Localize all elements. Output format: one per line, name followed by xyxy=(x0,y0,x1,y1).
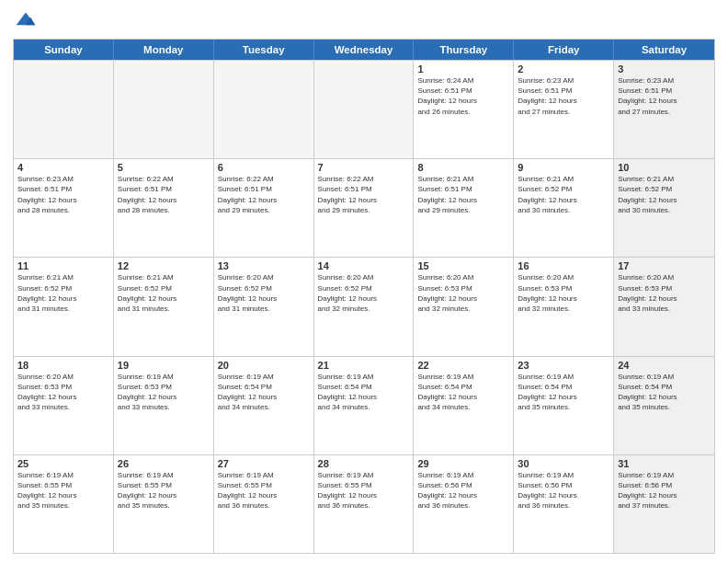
day-info: Sunrise: 6:20 AM Sunset: 6:53 PM Dayligh… xyxy=(618,272,711,314)
day-info: Sunrise: 6:19 AM Sunset: 6:55 PM Dayligh… xyxy=(17,470,109,511)
day-info: Sunrise: 6:21 AM Sunset: 6:52 PM Dayligh… xyxy=(17,272,109,314)
day-info: Sunrise: 6:19 AM Sunset: 6:56 PM Dayligh… xyxy=(618,470,711,511)
calendar-cell xyxy=(14,61,114,158)
calendar-cell: 21Sunrise: 6:19 AM Sunset: 6:54 PM Dayli… xyxy=(314,357,415,454)
calendar-cell: 16Sunrise: 6:20 AM Sunset: 6:53 PM Dayli… xyxy=(514,258,614,355)
day-number: 10 xyxy=(618,162,711,173)
day-number: 19 xyxy=(118,360,210,371)
day-info: Sunrise: 6:24 AM Sunset: 6:51 PM Dayligh… xyxy=(417,75,509,117)
calendar-cell: 4Sunrise: 6:23 AM Sunset: 6:51 PM Daylig… xyxy=(14,159,114,257)
logo xyxy=(13,9,37,31)
day-number: 23 xyxy=(518,360,609,371)
calendar-cell: 9Sunrise: 6:21 AM Sunset: 6:52 PM Daylig… xyxy=(514,159,614,257)
day-number: 18 xyxy=(17,360,109,371)
day-info: Sunrise: 6:19 AM Sunset: 6:53 PM Dayligh… xyxy=(118,372,210,413)
day-info: Sunrise: 6:21 AM Sunset: 6:52 PM Dayligh… xyxy=(518,174,609,215)
day-number: 31 xyxy=(618,458,711,469)
day-number: 8 xyxy=(417,162,509,173)
day-number: 17 xyxy=(618,260,711,271)
day-number: 5 xyxy=(118,162,210,173)
calendar-cell: 30Sunrise: 6:19 AM Sunset: 6:56 PM Dayli… xyxy=(514,455,614,553)
day-number: 24 xyxy=(618,360,711,371)
day-info: Sunrise: 6:19 AM Sunset: 6:54 PM Dayligh… xyxy=(518,372,609,413)
calendar-cell: 3Sunrise: 6:23 AM Sunset: 6:51 PM Daylig… xyxy=(614,61,714,158)
calendar-cell: 6Sunrise: 6:22 AM Sunset: 6:51 PM Daylig… xyxy=(214,159,314,257)
calendar-row-5: 25Sunrise: 6:19 AM Sunset: 6:55 PM Dayli… xyxy=(14,454,714,553)
calendar-cell: 29Sunrise: 6:19 AM Sunset: 6:56 PM Dayli… xyxy=(414,455,514,553)
day-info: Sunrise: 6:20 AM Sunset: 6:52 PM Dayligh… xyxy=(218,272,310,314)
day-info: Sunrise: 6:21 AM Sunset: 6:52 PM Dayligh… xyxy=(118,272,210,314)
day-number: 29 xyxy=(417,458,509,469)
day-number: 4 xyxy=(17,162,109,173)
calendar-cell: 11Sunrise: 6:21 AM Sunset: 6:52 PM Dayli… xyxy=(14,258,114,355)
header-cell-friday: Friday xyxy=(514,40,614,60)
day-info: Sunrise: 6:20 AM Sunset: 6:53 PM Dayligh… xyxy=(518,272,609,314)
calendar-cell: 17Sunrise: 6:20 AM Sunset: 6:53 PM Dayli… xyxy=(614,258,714,355)
day-info: Sunrise: 6:20 AM Sunset: 6:53 PM Dayligh… xyxy=(17,372,109,413)
day-number: 14 xyxy=(318,260,410,271)
day-info: Sunrise: 6:19 AM Sunset: 6:56 PM Dayligh… xyxy=(417,470,509,511)
day-info: Sunrise: 6:21 AM Sunset: 6:52 PM Dayligh… xyxy=(618,174,711,215)
calendar-cell: 15Sunrise: 6:20 AM Sunset: 6:53 PM Dayli… xyxy=(414,258,514,355)
calendar-cell: 14Sunrise: 6:20 AM Sunset: 6:52 PM Dayli… xyxy=(314,258,415,355)
day-info: Sunrise: 6:23 AM Sunset: 6:51 PM Dayligh… xyxy=(618,75,711,117)
day-number: 15 xyxy=(417,260,509,271)
day-info: Sunrise: 6:23 AM Sunset: 6:51 PM Dayligh… xyxy=(518,75,609,117)
calendar-cell: 8Sunrise: 6:21 AM Sunset: 6:51 PM Daylig… xyxy=(414,159,514,257)
day-number: 21 xyxy=(318,360,410,371)
page-container: SundayMondayTuesdayWednesdayThursdayFrid… xyxy=(0,0,728,563)
day-info: Sunrise: 6:19 AM Sunset: 6:54 PM Dayligh… xyxy=(618,372,711,413)
calendar-cell: 12Sunrise: 6:21 AM Sunset: 6:52 PM Dayli… xyxy=(114,258,214,355)
day-number: 7 xyxy=(318,162,410,173)
calendar-cell: 23Sunrise: 6:19 AM Sunset: 6:54 PM Dayli… xyxy=(514,357,614,454)
calendar-cell: 18Sunrise: 6:20 AM Sunset: 6:53 PM Dayli… xyxy=(14,357,114,454)
calendar-cell: 31Sunrise: 6:19 AM Sunset: 6:56 PM Dayli… xyxy=(614,455,714,553)
day-info: Sunrise: 6:19 AM Sunset: 6:55 PM Dayligh… xyxy=(318,470,410,511)
page-header xyxy=(13,9,715,31)
calendar-cell: 28Sunrise: 6:19 AM Sunset: 6:55 PM Dayli… xyxy=(314,455,415,553)
day-number: 30 xyxy=(518,458,609,469)
calendar-cell: 5Sunrise: 6:22 AM Sunset: 6:51 PM Daylig… xyxy=(114,159,214,257)
header-cell-wednesday: Wednesday xyxy=(314,40,415,60)
calendar-row-2: 4Sunrise: 6:23 AM Sunset: 6:51 PM Daylig… xyxy=(14,158,714,257)
calendar-cell: 19Sunrise: 6:19 AM Sunset: 6:53 PM Dayli… xyxy=(114,357,214,454)
day-number: 1 xyxy=(417,63,509,75)
day-number: 11 xyxy=(17,260,109,271)
day-info: Sunrise: 6:20 AM Sunset: 6:53 PM Dayligh… xyxy=(417,272,509,314)
calendar-cell: 24Sunrise: 6:19 AM Sunset: 6:54 PM Dayli… xyxy=(614,357,714,454)
day-info: Sunrise: 6:22 AM Sunset: 6:51 PM Dayligh… xyxy=(318,174,410,215)
calendar-cell: 26Sunrise: 6:19 AM Sunset: 6:55 PM Dayli… xyxy=(114,455,214,553)
day-number: 22 xyxy=(417,360,509,371)
day-number: 2 xyxy=(518,63,609,75)
calendar-cell: 2Sunrise: 6:23 AM Sunset: 6:51 PM Daylig… xyxy=(514,61,614,158)
day-number: 9 xyxy=(518,162,609,173)
calendar-cell: 27Sunrise: 6:19 AM Sunset: 6:55 PM Dayli… xyxy=(214,455,314,553)
day-number: 20 xyxy=(218,360,310,371)
calendar-body: 1Sunrise: 6:24 AM Sunset: 6:51 PM Daylig… xyxy=(14,60,714,553)
calendar-cell: 25Sunrise: 6:19 AM Sunset: 6:55 PM Dayli… xyxy=(14,455,114,553)
day-number: 27 xyxy=(218,458,310,469)
calendar-cell xyxy=(114,61,214,158)
header-cell-thursday: Thursday xyxy=(414,40,514,60)
day-number: 16 xyxy=(518,260,609,271)
day-number: 28 xyxy=(318,458,410,469)
header-cell-sunday: Sunday xyxy=(14,40,114,60)
calendar: SundayMondayTuesdayWednesdayThursdayFrid… xyxy=(13,39,715,554)
day-number: 26 xyxy=(118,458,210,469)
day-info: Sunrise: 6:23 AM Sunset: 6:51 PM Dayligh… xyxy=(17,174,109,215)
header-cell-saturday: Saturday xyxy=(614,40,714,60)
calendar-cell: 1Sunrise: 6:24 AM Sunset: 6:51 PM Daylig… xyxy=(414,61,514,158)
day-info: Sunrise: 6:20 AM Sunset: 6:52 PM Dayligh… xyxy=(318,272,410,314)
day-info: Sunrise: 6:19 AM Sunset: 6:55 PM Dayligh… xyxy=(118,470,210,511)
header-cell-monday: Monday xyxy=(114,40,214,60)
day-number: 6 xyxy=(218,162,310,173)
day-number: 25 xyxy=(17,458,109,469)
day-info: Sunrise: 6:19 AM Sunset: 6:54 PM Dayligh… xyxy=(417,372,509,413)
day-number: 13 xyxy=(218,260,310,271)
calendar-cell: 7Sunrise: 6:22 AM Sunset: 6:51 PM Daylig… xyxy=(314,159,415,257)
day-info: Sunrise: 6:22 AM Sunset: 6:51 PM Dayligh… xyxy=(118,174,210,215)
calendar-cell xyxy=(314,61,415,158)
calendar-cell xyxy=(214,61,314,158)
calendar-row-1: 1Sunrise: 6:24 AM Sunset: 6:51 PM Daylig… xyxy=(14,60,714,158)
day-info: Sunrise: 6:21 AM Sunset: 6:51 PM Dayligh… xyxy=(417,174,509,215)
